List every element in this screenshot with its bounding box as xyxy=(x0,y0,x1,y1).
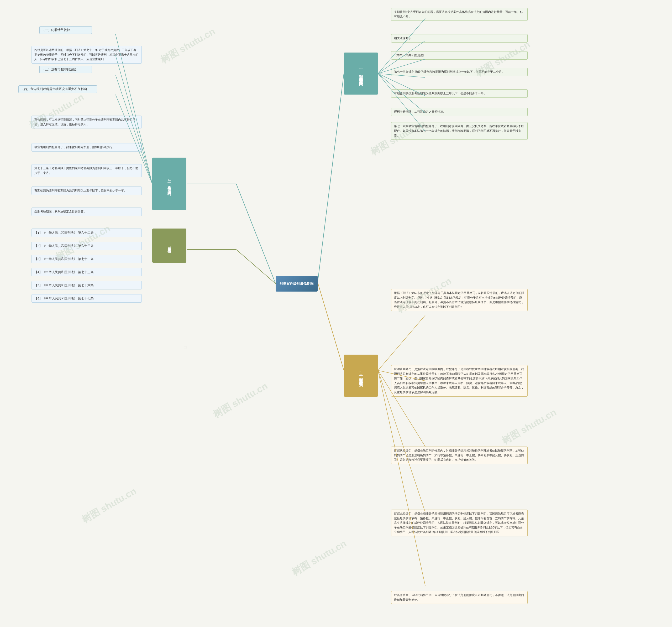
svg-line-5 xyxy=(318,282,344,370)
watermark-2: 树图 shutu.cn xyxy=(158,25,217,67)
right-node-5: 有期徒刑的缓刑考验期限为原判刑期以上五年以下，但是不能少于一年。 xyxy=(391,89,528,98)
right-bottom-node-4: 所谓减轻处罚，是指在犯罪分子应当适用刑罚的法定刑幅度以下判处刑罚。我国刑法规定可… xyxy=(391,510,528,536)
svg-line-2 xyxy=(236,250,275,284)
right-node-3: 《中华人民共和国刑法》 xyxy=(391,51,528,60)
branch-right-1: 一、刑事案件缓刑最低期限 xyxy=(344,52,378,95)
condition-1: （一）犯罪情节较轻 xyxy=(39,26,92,34)
right-node-4: 第七十三条规定 拘役的缓刑考验期限为原判刑期以上一年以下，但是不能少于二个月。 xyxy=(391,68,528,76)
branch-citation: 引用法条 xyxy=(152,229,186,263)
branch-b2-label: 引用法条 xyxy=(167,243,172,248)
citation-3: 【3】《中华人民共和国刑法》 第七十二条 xyxy=(31,255,142,263)
ci-label: CI xyxy=(184,346,288,367)
right-node-7: 第七十六条被宣告缓刑的犯罪分子，在缓刑考验期限内，由公安机关考察，所在单位或者基… xyxy=(391,122,528,140)
b1-desc-6: 缓刑考验期限，从判决确定之日起计算。 xyxy=(31,208,142,216)
svg-line-4 xyxy=(318,73,344,282)
branch-right-1-label: 一、刑事案件缓刑最低期限 xyxy=(358,67,364,80)
branch-right-3-label: 三、刑事案件如何量刑 xyxy=(358,370,364,381)
citation-6: 【6】《中华人民共和国刑法》 第七十七条 xyxy=(31,294,142,303)
right-node-2: 相关法律知识 xyxy=(391,34,528,43)
branch-duyou-huanxing: 二、拘役可以缓刑吗 xyxy=(152,158,186,210)
watermark-10: 树图 shutu.cn xyxy=(290,537,349,579)
svg-line-21 xyxy=(378,370,425,586)
citation-5: 【5】《中华人民共和国刑法》 第七十六条 xyxy=(31,281,142,289)
branch-right-3: 三、刑事案件如何量刑 xyxy=(344,355,378,397)
central-label: 刑事案件缓刑最低期限 xyxy=(280,281,314,286)
b1-desc-4: 第七十三条【考验期限】拘役的缓刑考验期限为原判刑期以上一年以下，但是不能少于二个… xyxy=(31,164,142,177)
citation-1: 【1】《中华人民共和国刑法》 第六十二条 xyxy=(31,229,142,237)
condition-3: （三）没有再犯罪的危险 xyxy=(39,66,92,73)
central-node: 刑事案件缓刑最低期限 xyxy=(275,276,318,292)
b1-desc-main: 拘役是可以适用缓刑的。根据《刑法》第七十二条 对于被判处拘役、三年以下有期徒刑的… xyxy=(31,46,142,64)
svg-line-10 xyxy=(378,18,425,73)
watermark-8: 树图 shutu.cn xyxy=(500,406,559,447)
b1-desc-2: 宣告缓刑，可以根据犯罪情况，同时禁止犯罪分子在缓刑考验期限内从事特定活动，进入特… xyxy=(31,116,142,129)
citation-2: 【2】《中华人民共和国刑法》 第六十三条 xyxy=(31,242,142,250)
svg-line-0 xyxy=(236,184,275,284)
watermark-9: 树图 shutu.cn xyxy=(79,485,139,526)
right-node-1: 有期徒刑6个月缓刑多久的问题，需要法官根据案件具体情况在法定的范围内进行裁量，可… xyxy=(391,8,528,21)
right-bottom-node-3: 所谓从轻处罚，是指在法定刑的幅度内，对犯罪分子适用相对较轻的刑种或者处以较短的刑… xyxy=(391,446,528,464)
right-bottom-node-5: 对具有从重、从轻处罚情节的，应当对犯罪分子在法定刑的限度以内判处刑罚，不得超出法… xyxy=(391,591,528,604)
right-node-6: 缓刑考验期限，从判决确定之日起计算。 xyxy=(391,108,528,116)
watermark-7: 树图 shutu.cn xyxy=(211,379,270,421)
right-bottom-node-2: 所谓从重处罚，是指在法定刑的幅度内，对犯罪分子适用相对较重的刑种或者处以相对较长… xyxy=(391,365,528,397)
b1-desc-5: 有期徒刑的缓刑考验期限为原判刑期以上五年以下，但是不能少于一年。 xyxy=(31,186,142,195)
citation-4: 【4】《中华人民共和国刑法》 第七十三条 xyxy=(31,268,142,276)
condition-4: （四）宣告缓刑对所居住社区没有重大不良影响 xyxy=(18,85,97,93)
branch-b1-label: 二、拘役可以缓刑吗 xyxy=(167,177,172,190)
mind-map-container: 树图 shutu.cn 树图 shutu.cn 树图 shutu.cn 树图 s… xyxy=(0,0,672,627)
svg-line-17 xyxy=(378,315,425,370)
right-bottom-node-1: 根据《刑法》第62条的规定：犯罪分子具有本法规定的从重处罚，从轻处罚情节的，应当… xyxy=(391,289,528,311)
connector-lines xyxy=(0,0,672,627)
b1-desc-3: 被宣告缓刑的犯罪分子，如果被判处附加刑，附加刑仍须执行。 xyxy=(31,143,142,152)
